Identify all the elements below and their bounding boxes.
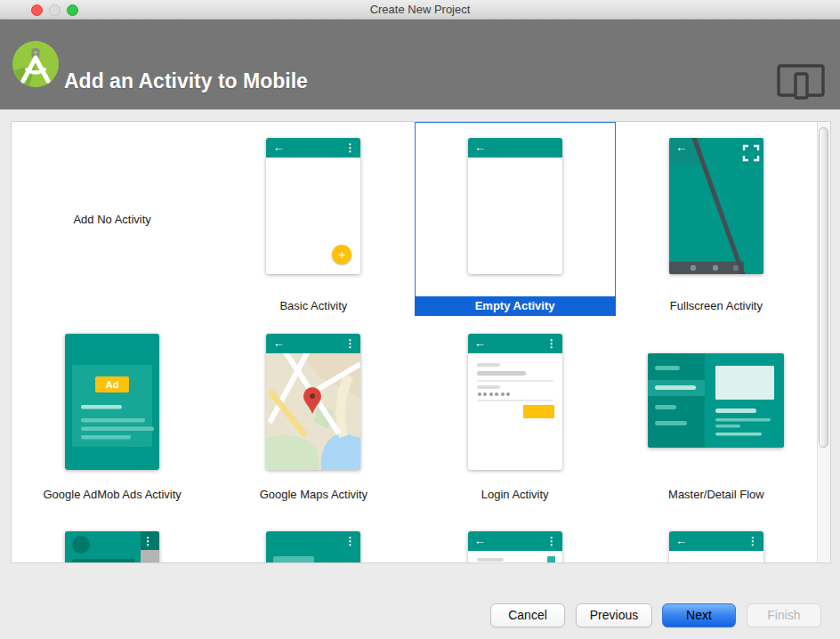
activity-cell-google-admob-ads-activity[interactable]: Ad Google AdMob Ads Activity — [12, 316, 213, 510]
form-underline — [477, 380, 553, 382]
activity-cell-google-maps-activity[interactable]: ← ⋮ — [213, 316, 414, 510]
back-arrow-icon: ← — [272, 336, 284, 351]
close-window-button[interactable] — [31, 4, 43, 16]
empty-activity-thumbnail: ← — [468, 138, 562, 274]
activity-cell-row3-3[interactable]: ← ⋮ — [415, 510, 616, 562]
master-detail-thumbnail — [648, 353, 784, 448]
login-activity-thumbnail: ← ⋮ — [468, 334, 562, 470]
activity-cell-add-no-activity[interactable]: Add No Activity — [12, 122, 213, 316]
gallery-row-2: Ad Google AdMob Ads Activity ← ⋮ — [12, 316, 817, 510]
drawer-title-bar — [72, 559, 135, 562]
mini-appbar: ← — [468, 138, 562, 158]
kebab-menu-icon: ⋮ — [344, 336, 355, 351]
mini-appbar: ← ⋮ — [669, 531, 763, 551]
kebab-menu-icon: ⋮ — [546, 336, 557, 351]
scrolling-activity-thumbnail: ⋮ — [266, 531, 360, 562]
activity-cell-master-detail-flow[interactable]: Master/Detail Flow — [616, 316, 817, 510]
avatar-placeholder — [72, 536, 90, 554]
finish-button: Finish — [747, 603, 821, 627]
mini-appbar: ← ⋮ — [468, 334, 562, 353]
activity-gallery-panel: Add No Activity ← ⋮ + Basic Activity — [11, 121, 831, 563]
password-dots — [478, 392, 511, 396]
mini-appbar: ← ⋮ — [468, 531, 562, 551]
kebab-menu-icon: ⋮ — [142, 534, 153, 548]
tabbed-activity-thumbnail: ← ⋮ — [669, 531, 763, 562]
next-button[interactable]: Next — [662, 603, 736, 627]
activity-cell-fullscreen-activity[interactable]: ← Fullscreen Activity — [616, 122, 817, 316]
back-arrow-icon: ← — [474, 534, 486, 548]
maps-activity-thumbnail: ← ⋮ — [266, 334, 360, 470]
wizard-footer: Cancel Previous Next Finish — [0, 563, 840, 639]
previous-button[interactable]: Previous — [576, 603, 652, 627]
back-arrow-icon: ← — [272, 141, 284, 155]
back-arrow-icon: ← — [675, 141, 687, 155]
activity-label: Add No Activity — [73, 213, 150, 226]
drawer-gray-block — [141, 550, 159, 562]
fullscreen-thumbnail-art — [669, 138, 763, 274]
mini-appbar: ← ⋮ — [266, 138, 360, 158]
kebab-menu-icon: ⋮ — [546, 534, 557, 548]
android-studio-logo-icon — [12, 40, 60, 88]
login-button-placeholder — [523, 405, 554, 418]
vertical-scrollbar[interactable] — [817, 122, 830, 562]
back-arrow-icon: ← — [474, 141, 486, 155]
page-title: Add an Activity to Mobile — [64, 69, 308, 93]
settings-line — [477, 558, 504, 562]
activity-label-selected: Empty Activity — [415, 296, 616, 316]
gallery-row-3: ⋮ ⋮ ← ⋮ — [12, 510, 817, 562]
activity-label: Basic Activity — [213, 296, 414, 316]
master-detail-thumbnail-art — [648, 353, 784, 448]
window-title: Create New Project — [0, 0, 840, 20]
activity-label: Google AdMob Ads Activity — [12, 485, 213, 505]
kebab-corner: ⋮ — [141, 531, 159, 550]
activity-cell-row3-2[interactable]: ⋮ — [213, 510, 414, 562]
basic-activity-thumbnail: ← ⋮ + — [266, 138, 360, 274]
admob-activity-thumbnail: Ad — [65, 334, 159, 470]
activity-grid: Add No Activity ← ⋮ + Basic Activity — [12, 122, 817, 562]
map-thumbnail-art — [266, 353, 360, 470]
kebab-menu-icon: ⋮ — [747, 534, 758, 548]
form-label-placeholder — [477, 385, 500, 389]
form-input-placeholder — [477, 371, 526, 376]
minimize-window-button — [49, 4, 61, 16]
kebab-menu-icon: ⋮ — [344, 534, 355, 548]
activity-cell-row3-4[interactable]: ← ⋮ — [616, 510, 817, 562]
activity-label: Google Maps Activity — [213, 485, 414, 505]
activity-label: Login Activity — [415, 485, 616, 505]
back-arrow-icon: ← — [675, 534, 687, 548]
activity-cell-row3-1[interactable]: ⋮ — [12, 510, 213, 562]
settings-checkbox — [547, 556, 555, 562]
activity-label: Master/Detail Flow — [616, 485, 817, 505]
wizard-header: Add an Activity to Mobile — [0, 20, 840, 109]
drawer-activity-thumbnail: ⋮ — [65, 531, 159, 562]
activity-cell-empty-activity[interactable]: ← Empty Activity — [415, 122, 616, 316]
activity-cell-login-activity[interactable]: ← ⋮ Login Activity — [415, 316, 616, 510]
activity-cell-basic-activity[interactable]: ← ⋮ + Basic Activity — [213, 122, 414, 316]
window-titlebar: Create New Project — [0, 0, 840, 20]
form-underline — [477, 400, 553, 401]
scrollbar-thumb[interactable] — [819, 127, 828, 448]
fab-plus-icon: + — [332, 245, 351, 264]
create-new-project-dialog: Create New Project Add an Activity to Mo… — [0, 0, 840, 639]
mobile-form-factor-icon — [777, 64, 827, 100]
mini-appbar: ← ⋮ — [266, 334, 360, 353]
fullscreen-activity-thumbnail: ← — [669, 138, 763, 274]
activity-label: Fullscreen Activity — [616, 296, 817, 316]
scrolling-title-block — [273, 556, 314, 562]
gallery-row-1: Add No Activity ← ⋮ + Basic Activity — [12, 122, 817, 316]
settings-activity-thumbnail: ← ⋮ — [468, 531, 562, 562]
ad-badge: Ad — [95, 376, 129, 392]
cancel-button[interactable]: Cancel — [490, 603, 565, 627]
form-label-placeholder — [477, 363, 500, 367]
back-arrow-icon: ← — [474, 336, 486, 351]
zoom-window-button[interactable] — [67, 4, 78, 16]
kebab-menu-icon: ⋮ — [344, 141, 355, 155]
admob-thumbnail-art — [65, 334, 159, 470]
